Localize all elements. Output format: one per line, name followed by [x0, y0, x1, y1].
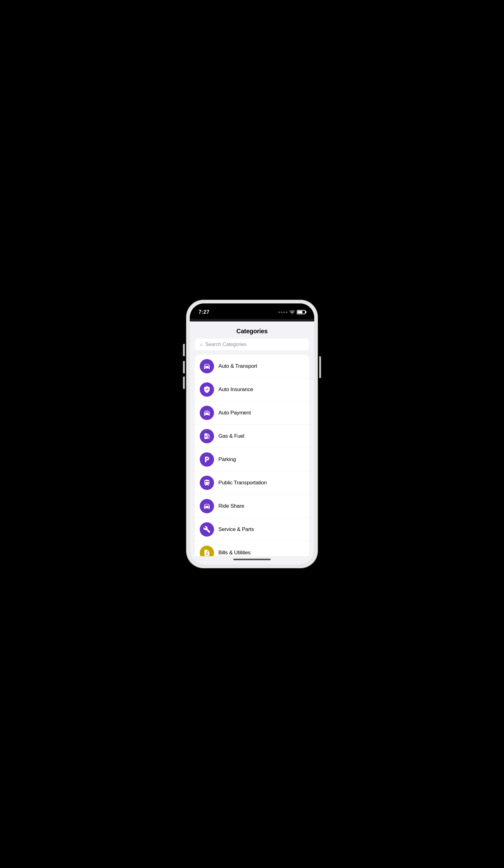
category-label: Bills & Utilities	[219, 550, 250, 556]
categories-list[interactable]: Auto & Transport Auto Insurance	[190, 355, 314, 556]
category-label: Public Transportation	[219, 480, 267, 486]
list-item[interactable]: Gas & Fuel	[195, 425, 309, 448]
app-screen: Categories ⌕ Search Categories	[190, 319, 314, 565]
phone-screen: 7:27	[190, 303, 314, 565]
status-time: 7:27	[199, 309, 209, 315]
status-icons	[279, 310, 305, 314]
auto-insurance-icon	[200, 382, 214, 397]
bills-utilities-icon	[200, 546, 214, 556]
category-label: Auto & Transport	[219, 363, 257, 369]
app-content: Categories ⌕ Search Categories	[190, 321, 314, 565]
battery-icon	[297, 310, 305, 314]
service-parts-icon	[200, 522, 214, 537]
list-item[interactable]: Service & Parts	[195, 518, 309, 541]
category-label: Auto Payment	[219, 410, 251, 416]
public-transportation-icon	[200, 476, 214, 490]
category-label: Gas & Fuel	[219, 433, 244, 439]
categories-card: Auto & Transport Auto Insurance	[195, 355, 309, 556]
list-item[interactable]: Bills & Utilities	[195, 541, 309, 556]
status-bar: 7:27	[190, 303, 314, 319]
list-item[interactable]: $ Auto Payment	[195, 401, 309, 425]
wifi-icon	[289, 310, 295, 314]
home-indicator	[190, 556, 314, 565]
category-label: Parking	[219, 456, 236, 463]
list-item[interactable]: Auto Insurance	[195, 378, 309, 401]
list-item[interactable]: Public Transportation	[195, 471, 309, 495]
page-title: Categories	[196, 328, 308, 335]
list-item[interactable]: Ride Share	[195, 495, 309, 518]
search-placeholder: Search Categories	[205, 342, 247, 347]
auto-payment-icon: $	[200, 406, 214, 420]
category-label: Ride Share	[219, 503, 244, 509]
search-bar-container[interactable]: ⌕ Search Categories	[190, 339, 314, 355]
list-item[interactable]: Auto & Transport	[195, 355, 309, 378]
search-bar[interactable]: ⌕ Search Categories	[195, 339, 309, 350]
ride-share-icon	[200, 499, 214, 513]
home-bar	[233, 559, 271, 560]
category-label: Auto Insurance	[219, 386, 253, 393]
auto-transport-icon	[200, 359, 214, 373]
gas-fuel-icon	[200, 429, 214, 443]
header-dark-bar	[190, 319, 314, 321]
category-label: Service & Parts	[219, 526, 254, 533]
signal-icon	[279, 311, 288, 313]
phone-frame: 7:27	[187, 300, 317, 568]
page-title-bar: Categories	[190, 321, 314, 339]
parking-icon	[200, 452, 214, 467]
search-icon: ⌕	[200, 342, 203, 347]
list-item[interactable]: Parking	[195, 448, 309, 471]
